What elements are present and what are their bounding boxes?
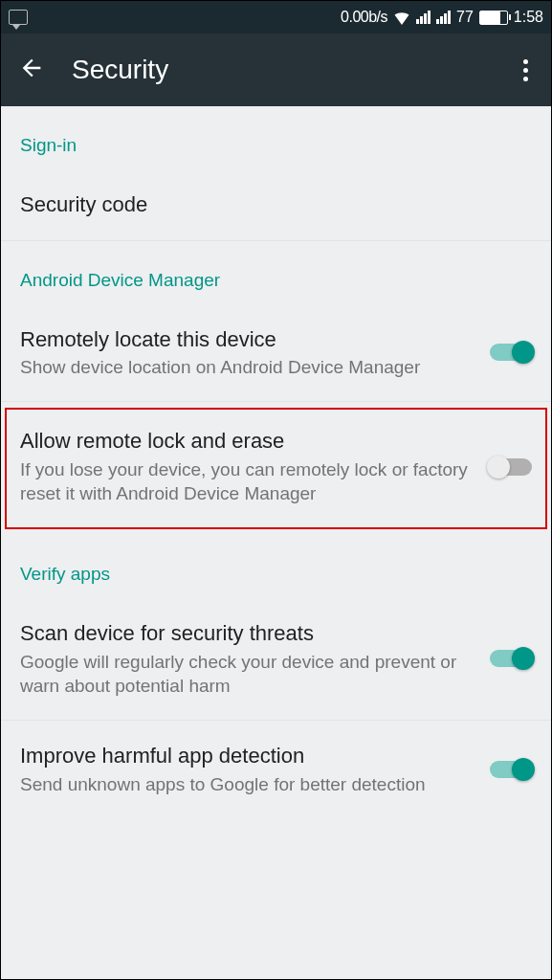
section-header-verify: Verify apps [1, 535, 551, 598]
setting-title: Scan device for security threats [20, 619, 476, 648]
battery-percentage: 77 [456, 9, 474, 26]
toggle-remotely-locate[interactable] [490, 344, 532, 361]
setting-subtitle: Google will regularly check your device … [20, 650, 476, 699]
setting-subtitle: If you lose your device, you can remotel… [20, 457, 476, 506]
setting-title: Security code [20, 190, 519, 219]
arrow-left-icon [18, 55, 45, 81]
setting-improve-detection[interactable]: Improve harmful app detection Send unkno… [1, 721, 551, 817]
back-button[interactable] [18, 55, 45, 85]
setting-title: Improve harmful app detection [20, 742, 476, 770]
setting-title: Remotely locate this device [20, 325, 476, 354]
section-header-sign-in: Sign-in [1, 106, 551, 169]
app-bar: Security [1, 33, 551, 106]
toggle-scan-threats[interactable] [490, 650, 532, 667]
setting-security-code[interactable]: Security code [1, 169, 551, 241]
toggle-remote-lock-erase[interactable] [490, 458, 532, 476]
toggle-improve-detection[interactable] [490, 761, 532, 778]
setting-subtitle: Send unknown apps to Google for better d… [20, 772, 476, 797]
setting-remotely-locate[interactable]: Remotely locate this device Show device … [1, 304, 551, 402]
settings-list: Sign-in Security code Android Device Man… [1, 106, 551, 817]
signal-bars-1-icon [416, 11, 431, 24]
notification-message-icon [9, 10, 28, 25]
overflow-menu-button[interactable] [518, 54, 534, 87]
setting-remote-lock-erase[interactable]: Allow remote lock and erase If you lose … [5, 408, 547, 529]
network-speed: 0.00b/s [341, 9, 387, 26]
clock: 1:58 [514, 9, 543, 26]
setting-subtitle: Show device location on Android Device M… [20, 355, 476, 380]
status-bar: 0.00b/s 77 1:58 [1, 1, 551, 33]
section-header-adm: Android Device Manager [1, 241, 551, 304]
wifi-icon [393, 11, 410, 25]
setting-title: Allow remote lock and erase [20, 427, 476, 456]
battery-icon [479, 11, 508, 25]
page-title: Security [72, 55, 518, 85]
setting-scan-threats[interactable]: Scan device for security threats Google … [1, 598, 551, 721]
signal-bars-2-icon [436, 11, 451, 24]
